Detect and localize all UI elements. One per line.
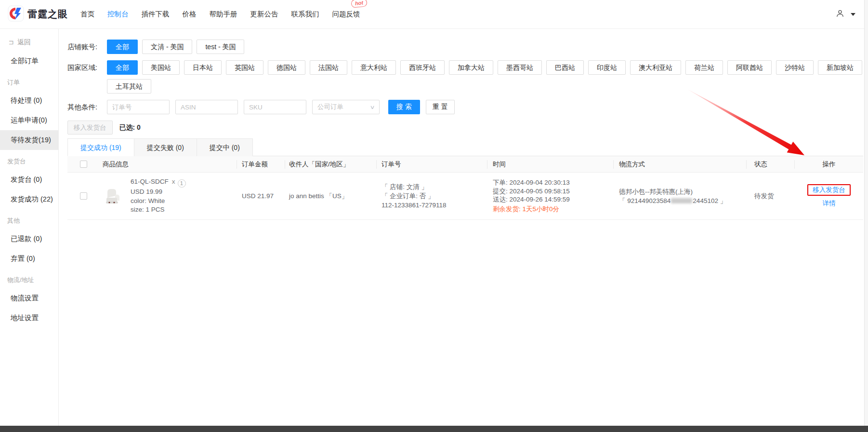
country-options: 全部 美国站 日本站 英国站 德国站 法国站 意大利站 西班牙站 加拿大站 (107, 60, 864, 94)
reset-button[interactable]: 重 置 (426, 100, 455, 114)
back-icon: ⊐ (9, 39, 14, 46)
order-info-line: 112-1233861-7279118 (381, 201, 487, 210)
shop-account-filter-button[interactable]: test - 美国 (197, 40, 244, 54)
tab[interactable]: 提交失败 (0) (134, 138, 197, 156)
sidebar-item[interactable]: 地址设置 (0, 308, 58, 328)
search-button[interactable]: 搜 索 (388, 100, 420, 114)
actions-cell: 移入发货台 详情 (795, 184, 863, 208)
sidebar-item[interactable]: 运单申请(0) (0, 110, 58, 130)
country-filter-button[interactable]: 沙特站 (776, 60, 814, 75)
col-time: 时间 (487, 160, 614, 169)
tracking-number: 「 9214490235842445102 」 (619, 196, 747, 205)
sidebar-item[interactable]: 已退款 (0) (0, 229, 58, 249)
sidebar-item: 发货台 (0, 150, 58, 170)
header-user-area (835, 9, 855, 20)
product-size: size: 1 PCS (131, 205, 186, 215)
sidebar-item: 订单 (0, 71, 58, 91)
shop-account-filter-button[interactable]: 全部 (107, 40, 138, 54)
nav-item[interactable]: 问题反馈 (332, 10, 360, 19)
nav-item[interactable]: 首页 (80, 10, 94, 19)
status-label: 待发货 (747, 192, 795, 201)
product-thumbnail[interactable] (103, 185, 125, 207)
order-number-info: 「 店铺: 文清 」「 企业订单: 否 」112-1233861-7279118 (381, 182, 487, 210)
country-filter-button[interactable]: 印度站 (588, 60, 626, 75)
shop-account-filter-row: 店铺账号: 全部 文清 - 美国 test - 美国 (67, 40, 864, 54)
recipient: jo ann bettis 「US」 (285, 192, 377, 201)
tab[interactable]: 提交中 (0) (197, 138, 253, 156)
app-logo[interactable]: 雷霆之眼 (8, 5, 68, 24)
sidebar-item: 物流/地址 (0, 269, 58, 288)
country-filter-button[interactable]: 法国站 (310, 60, 347, 75)
time-info: 下单: 2024-09-04 20:30:13提交: 2024-09-05 09… (493, 178, 614, 204)
logistics-info: 德邦小包--邦美特惠(上海) 「 9214490235842445102 」 (619, 187, 747, 205)
country-filter-button[interactable]: 美国站 (142, 60, 180, 75)
country-filter-button[interactable]: 新加坡站 (818, 60, 862, 75)
user-dropdown-caret-icon[interactable] (851, 13, 855, 16)
country-filter-button[interactable]: 西班牙站 (400, 60, 445, 75)
col-status: 状态 (747, 160, 795, 169)
product-price: USD 19.99 (131, 188, 186, 197)
country-filter-button[interactable]: 日本站 (184, 60, 222, 75)
detail-link[interactable]: 详情 (795, 199, 863, 208)
select-all-checkbox[interactable] (80, 161, 87, 168)
nav-item[interactable]: 联系我们 (291, 10, 319, 19)
shop-account-filter-button[interactable]: 文清 - 美国 (142, 40, 192, 54)
product-text: 61-QL-SDCFx1 USD 19.99 color: White size… (131, 177, 186, 214)
country-filter-button[interactable]: 意大利站 (352, 60, 396, 75)
country-filter-button[interactable]: 英国站 (226, 60, 263, 75)
time-line: 下单: 2024-09-04 20:30:13 (493, 178, 614, 187)
move-to-ship-desk-button-disabled[interactable]: 移入发货台 (67, 121, 113, 135)
country-filter-button[interactable]: 德国站 (268, 60, 305, 75)
logo-icon (8, 5, 24, 24)
nav-item[interactable]: 插件下载 (142, 10, 170, 19)
sidebar-item[interactable]: 发货成功 (22) (0, 189, 58, 209)
shop-account-options: 全部 文清 - 美国 test - 美国 (107, 40, 244, 54)
country-filter-button[interactable]: 土耳其站 (107, 79, 151, 94)
col-logistics-method: 物流方式 (614, 160, 747, 169)
sidebar-item[interactable]: ⊐返回 (0, 33, 58, 51)
nav-item[interactable]: 价格 (183, 10, 197, 19)
sidebar-item[interactable]: 待处理 (0) (0, 91, 58, 110)
nav-item[interactable]: 控制台 (107, 10, 129, 19)
sidebar-item[interactable]: 弃置 (0) (0, 249, 58, 269)
top-header: 雷霆之眼 hot 首页 控制台 插件下载 价格 帮助手册 更新公告 联系我们 问… (0, 0, 868, 29)
bottom-window-bar (0, 426, 868, 432)
company-order-select[interactable]: 公司订单 ∨ (312, 100, 380, 114)
nav-item[interactable]: 帮助手册 (210, 10, 237, 19)
order-table-row: 61-QL-SDCFx1 USD 19.99 color: White size… (67, 173, 863, 220)
row-checkbox[interactable] (80, 192, 87, 200)
hot-badge: hot (351, 0, 368, 8)
col-actions: 操作 (795, 160, 863, 169)
country-filter-button[interactable]: 澳大利亚站 (630, 60, 681, 75)
country-filter-button[interactable]: 墨西哥站 (498, 60, 542, 75)
company-order-select-value: 公司订单 (317, 103, 343, 111)
sku-input[interactable] (244, 100, 306, 114)
sidebar-item[interactable]: 发货台 (0) (0, 170, 58, 189)
asin-input[interactable] (175, 100, 238, 114)
country-filter-button[interactable]: 全部 (107, 60, 138, 75)
country-filter-button[interactable]: 巴西站 (546, 60, 584, 75)
sidebar-item[interactable]: 等待发货(19) (0, 130, 58, 150)
nav-item[interactable]: 更新公告 (250, 10, 278, 19)
country-filter-button[interactable]: 荷兰站 (685, 60, 723, 75)
sidebar-item: 其他 (0, 209, 58, 229)
time-line: 送达: 2024-09-26 14:59:59 (493, 195, 614, 204)
sidebar-item[interactable]: 全部订单 (0, 51, 58, 71)
country-filter-button[interactable]: 阿联酋站 (727, 60, 772, 75)
move-to-ship-desk-highlight-box: 移入发货台 (807, 184, 851, 196)
tracking-redacted-blur (671, 198, 692, 203)
app-page: 雷霆之眼 hot 首页 控制台 插件下载 价格 帮助手册 更新公告 联系我们 问… (0, 0, 868, 432)
move-to-ship-desk-link[interactable]: 移入发货台 (813, 186, 845, 193)
col-recipient: 收件人「国家/地区」 (285, 160, 377, 169)
sidebar-item[interactable]: 物流设置 (0, 288, 58, 308)
product-color: color: White (131, 197, 186, 206)
selected-count-label: 已选: 0 (119, 123, 141, 132)
product-info: 61-QL-SDCFx1 USD 19.99 color: White size… (103, 177, 237, 214)
country-filter-button[interactable]: 加拿大站 (449, 60, 493, 75)
order-number-input[interactable] (107, 100, 170, 114)
vertical-scrollbar[interactable] (864, 0, 868, 426)
user-icon[interactable] (835, 9, 845, 20)
other-conditions-inputs: 公司订单 ∨ 搜 索 重 置 (107, 100, 455, 114)
sidebar: ⊐返回 全部订单 订单 待处理 (0) 运单申请(0) 等待发货(19) 发 (0, 29, 59, 426)
tab[interactable]: 提交成功 (19) (67, 138, 134, 156)
